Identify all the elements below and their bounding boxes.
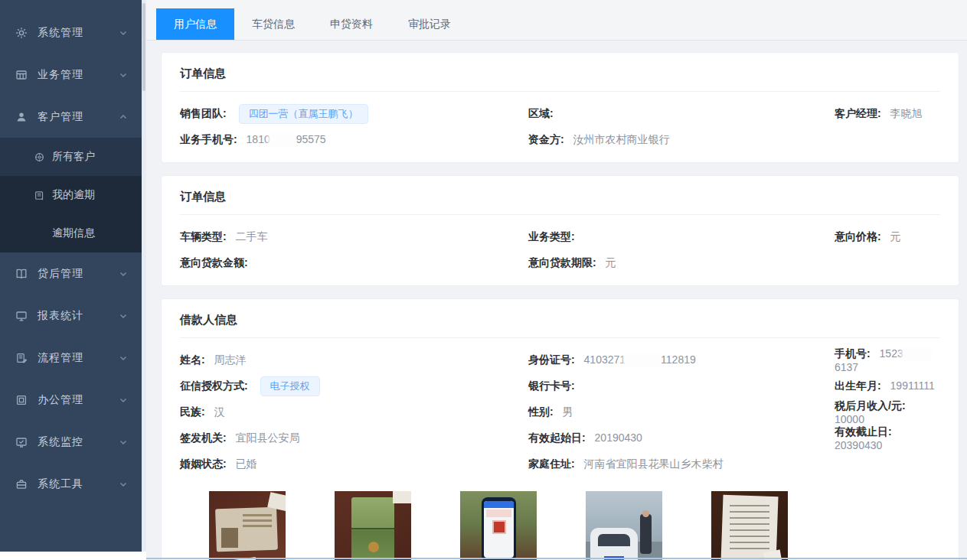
field-label: 有效截止日: [835, 425, 892, 438]
photo-person-with-car[interactable] [586, 491, 662, 560]
sidebar-item-customer-mgmt[interactable]: 客户管理 [0, 96, 142, 138]
tab-user-info[interactable]: 用户信息 [156, 8, 234, 40]
sidebar-subitem-overdue-info[interactable]: 逾期信息 [0, 214, 142, 252]
field-label: 资金方: [528, 133, 564, 145]
sidebar-item-label: 报表统计 [38, 309, 119, 323]
customer-mgmt-submenu: 所有客户 我的逾期 逾期信息 [0, 138, 142, 252]
field-credit-auth-method: 征信授权方式: 电子授权 [180, 376, 528, 396]
monitor-icon [15, 310, 28, 322]
sidebar-item-label: 办公管理 [38, 393, 119, 407]
photo-handwritten-document[interactable] [711, 491, 788, 560]
field-label: 业务手机号: [180, 133, 237, 145]
tab-car-loan-info[interactable]: 车贷信息 [234, 8, 312, 40]
redaction-mask [903, 350, 929, 360]
field-valid-from: 有效起始日: 20190430 [528, 431, 835, 445]
field-ethnicity: 民族: 汉 [180, 405, 528, 419]
photo-phone-qr-auth[interactable] [460, 491, 537, 560]
sidebar-item-label: 贷后管理 [38, 267, 119, 281]
sidebar-item-label: 客户管理 [38, 110, 119, 124]
field-value: 男 [563, 405, 573, 418]
field-intent-price: 意向价格: 元 [835, 230, 940, 244]
tab-panel-user-info: 订单信息 销售团队: 四团一营（直属王鹏飞） 区域: 客户经理: 李晓旭 业务手… [146, 41, 967, 560]
field-value: 河南省宜阳县花果山乡木柴村 [584, 457, 724, 470]
document-photo-row: 身份证 驾驶证照片 授权截图 [209, 491, 940, 560]
sidebar-subitem-label: 逾期信息 [52, 226, 95, 240]
field-label: 区域: [528, 107, 554, 119]
redaction-mask [270, 135, 296, 145]
sidebar-subitem-all-customers[interactable]: 所有客户 [0, 138, 142, 176]
card-title: 借款人信息 [180, 313, 940, 338]
chevron-down-icon [119, 396, 128, 405]
sidebar-item-system-mgmt[interactable]: 系统管理 [0, 11, 142, 54]
order-info-card-1: 订单信息 销售团队: 四团一营（直属王鹏飞） 区域: 客户经理: 李晓旭 业务手… [161, 52, 959, 163]
scrollbar-thumb[interactable] [142, 3, 145, 91]
field-value: 元 [606, 256, 616, 269]
field-label: 客户经理: [835, 107, 881, 119]
field-home-address: 家庭住址: 河南省宜阳县花果山乡木柴村 [528, 457, 835, 471]
field-label: 婚姻状态: [180, 457, 227, 470]
document-icon [34, 190, 45, 201]
tab-loan-application-docs[interactable]: 申贷资料 [312, 8, 390, 40]
sidebar-subitem-my-overdue[interactable]: 我的逾期 [0, 176, 142, 214]
field-label: 征信授权方式: [180, 379, 248, 392]
field-label: 姓名: [180, 353, 205, 366]
sidebar-item-office-mgmt[interactable]: 办公管理 [0, 379, 142, 421]
borrower-info-card: 借款人信息 姓名: 周志洋 身份证号: 4103271112819 手机号: 1… [161, 298, 959, 560]
sidebar-item-system-monitor[interactable]: 系统监控 [0, 421, 142, 463]
sidebar-item-label: 业务管理 [38, 68, 119, 82]
credit-auth-tag[interactable]: 电子授权 [260, 376, 320, 396]
sidebar-item-report-stats[interactable]: 报表统计 [0, 295, 142, 337]
field-value: 20190430 [595, 431, 642, 444]
tab-approval-records[interactable]: 审批记录 [390, 8, 469, 40]
bottom-divider [146, 558, 967, 559]
field-value: 181095575 [247, 133, 326, 145]
field-row: 婚姻状态: 已婚 家庭住址: 河南省宜阳县花果山乡木柴村 [180, 451, 940, 477]
main-content: 用户信息 车贷信息 申贷资料 审批记录 订单信息 销售团队: 四团一营（直属王鹏… [146, 0, 967, 560]
field-row: 签发机关: 宜阳县公安局 有效起始日: 20190430 有效截止日: 2039… [180, 425, 940, 451]
grid-icon [15, 69, 28, 81]
field-label: 签发机关: [180, 431, 227, 444]
sidebar-item-label: 系统工具 [38, 477, 119, 491]
field-value: 10000 [835, 413, 864, 425]
sidebar-item-system-tools[interactable]: 系统工具 [0, 463, 142, 505]
wheel-icon [34, 151, 45, 163]
sales-team-tag[interactable]: 四团一营（直属王鹏飞） [239, 104, 368, 124]
user-icon [15, 111, 28, 123]
field-value: 20390430 [835, 439, 882, 451]
sidebar-item-postloan-mgmt[interactable]: 贷后管理 [0, 252, 142, 295]
field-label: 车辆类型: [180, 230, 227, 243]
chevron-down-icon [119, 269, 128, 278]
field-label: 业务类型: [528, 230, 575, 243]
field-label: 手机号: [835, 347, 871, 360]
sidebar-item-label: 流程管理 [38, 351, 119, 365]
field-birth-date: 出生年月: 19911111 [835, 379, 940, 393]
photo-cell: 驾驶证照片 [335, 491, 411, 560]
field-value: 二手车 [236, 230, 268, 243]
field-id-number: 身份证号: 4103271112819 [528, 353, 835, 367]
sidebar: 系统管理 业务管理 客户管理 所有客户 [0, 0, 142, 552]
field-row: 征信授权方式: 电子授权 银行卡号: 出生年月: 19911111 [180, 373, 940, 399]
field-row: 姓名: 周志洋 身份证号: 4103271112819 手机号: 1523613… [180, 347, 940, 373]
field-bank-card: 银行卡号: [528, 379, 835, 393]
chevron-down-icon [119, 311, 128, 321]
sidebar-item-process-mgmt[interactable]: 流程管理 [0, 337, 142, 379]
field-value: 19911111 [890, 379, 935, 392]
field-row: 车辆类型: 二手车 业务类型: 意向价格: 元 [180, 224, 940, 250]
photo-cell: 授权截图 [460, 491, 537, 560]
field-value: 周志洋 [214, 353, 247, 366]
detail-tabbar: 用户信息 车贷信息 申贷资料 审批记录 [146, 0, 967, 41]
field-label: 性别: [528, 405, 554, 418]
field-value: 4103271112819 [584, 353, 696, 366]
field-label: 销售团队: [180, 107, 227, 119]
field-value: 汉 [214, 405, 225, 418]
sidebar-item-business-mgmt[interactable]: 业务管理 [0, 54, 142, 96]
field-funder: 资金方: 汝州市农村商业银行 [528, 133, 835, 147]
chevron-up-icon [119, 112, 128, 122]
field-vehicle-type: 车辆类型: 二手车 [180, 230, 528, 244]
photo-green-booklet[interactable] [335, 491, 411, 560]
card-title: 订单信息 [180, 190, 940, 215]
chevron-down-icon [119, 480, 128, 489]
photo-cell: 身份证 [209, 491, 286, 560]
sidebar-item-label: 系统管理 [38, 26, 119, 40]
photo-id-card[interactable] [209, 491, 286, 560]
